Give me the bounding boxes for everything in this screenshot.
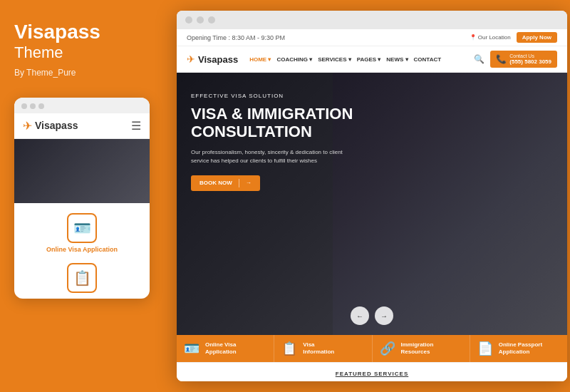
nav-link-news[interactable]: NEWS ▾ xyxy=(386,56,408,63)
nav-link-coaching[interactable]: COACHING ▾ xyxy=(276,56,312,63)
mobile-visa-icon: 🪪 xyxy=(67,213,97,243)
mobile-list-icon: 📋 xyxy=(67,263,97,293)
dot-3 xyxy=(38,103,44,109)
top-bar-right: 📍 Our Location Apply Now xyxy=(470,32,557,43)
mobile-window-dots xyxy=(14,98,150,113)
contact-label: Contact Us xyxy=(509,53,551,58)
visa-info-icon: 📋 xyxy=(281,341,297,356)
browser-window: Opening Time : 8:30 AM - 9:30 PM 📍 Our L… xyxy=(177,11,567,381)
phone-number[interactable]: (555) 5802 3059 xyxy=(509,58,551,65)
location-text: Our Location xyxy=(478,34,511,41)
mobile-nav-header: ✈ Visapass ☰ xyxy=(14,113,150,139)
mobile-logo: ✈ Visapass xyxy=(23,119,78,133)
hero-section: EFFECTIVE VISA SOLUTION VISA & IMMIGRATI… xyxy=(177,73,567,335)
search-icon[interactable]: 🔍 xyxy=(474,54,484,64)
left-panel: Visapass Theme By Theme_Pure ✈ Visapass … xyxy=(0,0,164,392)
slider-controls: ← → xyxy=(351,306,393,325)
feature-immigration-text: ImmigrationResources xyxy=(401,341,434,356)
browser-dot-1 xyxy=(185,16,192,24)
opening-time-text: Opening Time : 8:30 AM - 9:30 PM xyxy=(187,34,285,41)
feature-visa-info-text: VisaInformation xyxy=(303,341,334,356)
browser-dot-3 xyxy=(208,16,215,24)
nav-bar: ✈ Visapass HOME ▾ COACHING ▾ SERVICES ▾ … xyxy=(177,46,567,73)
feature-item-passport[interactable]: 📄 Online PassportApplication xyxy=(470,335,567,362)
nav-logo-text: Visapass xyxy=(198,54,238,65)
feature-bar: 🪪 Online VisaApplication 📋 VisaInformati… xyxy=(177,335,567,362)
slider-next-button[interactable]: → xyxy=(375,306,393,325)
mobile-preview: ✈ Visapass ☰ 🪪 Online Visa Application 📋 xyxy=(14,98,150,299)
hero-eyebrow: EFFECTIVE VISA SOLUTION xyxy=(191,93,553,99)
nav-logo-plane-icon: ✈ xyxy=(187,53,195,65)
nav-logo[interactable]: ✈ Visapass xyxy=(187,53,238,65)
dot-2 xyxy=(30,103,36,109)
brand-author: By Theme_Pure xyxy=(14,68,76,78)
nav-links: HOME ▾ COACHING ▾ SERVICES ▾ PAGES ▾ NEW… xyxy=(249,56,474,63)
featured-services-bar: FEATURED SERVICES xyxy=(177,362,567,381)
browser-chrome-bar xyxy=(177,11,567,29)
apply-now-button[interactable]: Apply Now xyxy=(517,32,557,43)
nav-link-services[interactable]: SERVICES ▾ xyxy=(318,56,351,63)
hero-content: EFFECTIVE VISA SOLUTION VISA & IMMIGRATI… xyxy=(177,73,567,202)
book-arrow-icon: → xyxy=(246,180,252,186)
feature-item-visa-application[interactable]: 🪪 Online VisaApplication xyxy=(177,335,274,362)
phone-icon: 📞 xyxy=(496,54,507,64)
mobile-logo-icon: ✈ xyxy=(23,119,32,133)
nav-link-contact[interactable]: CONTACT xyxy=(414,56,442,63)
brand-title: Visapass xyxy=(14,21,100,43)
location-link[interactable]: 📍 Our Location xyxy=(470,34,511,41)
passport-icon: 📄 xyxy=(477,341,493,356)
browser-dot-2 xyxy=(197,16,204,24)
top-info-bar: Opening Time : 8:30 AM - 9:30 PM 📍 Our L… xyxy=(177,29,567,46)
mobile-logo-text: Visapass xyxy=(35,120,78,131)
feature-item-visa-info[interactable]: 📋 VisaInformation xyxy=(274,335,372,362)
dot-1 xyxy=(21,103,27,109)
btn-divider xyxy=(239,179,239,187)
feature-visa-application-text: Online VisaApplication xyxy=(205,341,237,356)
mobile-visa-label: Online Visa Application xyxy=(46,246,118,253)
contact-box: 📞 Contact Us (555) 5802 3059 xyxy=(490,51,557,68)
slider-prev-button[interactable]: ← xyxy=(351,306,369,325)
featured-services-label: FEATURED SERVICES xyxy=(336,371,409,377)
mobile-hero-overlay xyxy=(14,139,150,203)
hero-title: VISA & IMMIGRATION CONSULTATION xyxy=(191,105,376,141)
top-bar-left: Opening Time : 8:30 AM - 9:30 PM xyxy=(187,34,285,41)
nav-link-pages[interactable]: PAGES ▾ xyxy=(357,56,381,63)
feature-passport-text: Online PassportApplication xyxy=(499,341,542,356)
hamburger-icon[interactable]: ☰ xyxy=(131,119,141,133)
immigration-icon: 🔗 xyxy=(380,341,395,356)
nav-right: 🔍 📞 Contact Us (555) 5802 3059 xyxy=(474,51,557,68)
book-now-label: BOOK NOW xyxy=(200,180,232,186)
mobile-hero xyxy=(14,139,150,203)
mobile-feature-icons: 🪪 Online Visa Application 📋 xyxy=(14,203,150,299)
brand-subtitle: Theme xyxy=(14,43,63,62)
visa-application-icon: 🪪 xyxy=(184,341,200,356)
location-pin-icon: 📍 xyxy=(470,34,477,41)
feature-item-immigration[interactable]: 🔗 ImmigrationResources xyxy=(373,335,470,362)
hero-description: Our professionalism, honesty, sincerity … xyxy=(191,148,355,165)
nav-link-home[interactable]: HOME ▾ xyxy=(249,56,271,63)
book-now-button[interactable]: BOOK NOW → xyxy=(191,175,260,191)
